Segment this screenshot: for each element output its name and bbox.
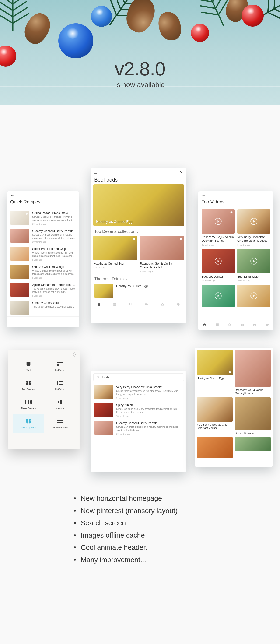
list-item[interactable]: Sheet Pan Fish and ChipsWhere I live in …: [7, 245, 79, 263]
video-card[interactable]: Very Berry Chocolate Chia Breakfast Mous…: [237, 209, 270, 246]
feature-item: Cool animate header.: [72, 541, 222, 554]
close-button[interactable]: ✕: [73, 352, 78, 357]
svg-rect-51: [28, 381, 30, 383]
masonry-card[interactable]: Healthy-as Curried Egg: [197, 350, 233, 395]
ornament-red-icon: [242, 5, 264, 26]
feature-item: Many improvement...: [72, 554, 222, 566]
tab-grid[interactable]: [211, 323, 224, 328]
tab-home[interactable]: [91, 302, 107, 307]
tab-search[interactable]: [123, 302, 138, 307]
feature-item: New pinterest (mansory layout): [72, 505, 222, 517]
menu-icon[interactable]: [94, 171, 98, 174]
video-card[interactable]: [202, 285, 234, 307]
recipe-card[interactable]: Raspberry, Goji & Vanilla Overnight Parf…: [140, 236, 184, 273]
svg-rect-52: [26, 383, 28, 385]
heart-icon[interactable]: [179, 237, 182, 240]
layout-option-advance[interactable]: Advance: [44, 395, 76, 414]
svg-rect-62: [26, 419, 28, 422]
recipe-card-meta: 8 months ago: [93, 266, 137, 269]
svg-point-34: [162, 304, 163, 305]
tab-favorites[interactable]: [170, 302, 186, 307]
video-card[interactable]: Raspberry, Goji & Vanilla Overnight Parf…: [202, 209, 234, 246]
features-list: New horizontal homepage New pinterest (m…: [72, 492, 222, 566]
masonry-card[interactable]: Very Berry Chocolate Chia Breakfast Mous…: [197, 397, 233, 435]
list-item[interactable]: Spicy KimchiKimchi is a spicy and tangy …: [91, 401, 186, 419]
feature-item: Images offline cache: [72, 529, 222, 542]
back-icon[interactable]: [10, 194, 14, 197]
masonry-card[interactable]: Raspberry, Goji & Vanilla Overnight Parf…: [235, 350, 271, 395]
layout-option-list-alt[interactable]: List View: [44, 376, 76, 395]
tab-video[interactable]: [236, 323, 248, 328]
svg-point-60: [58, 401, 59, 403]
video-card[interactable]: Egg Salad Wrap10 months ago: [237, 249, 270, 282]
layout-option-two-column[interactable]: Two Column: [12, 376, 44, 395]
play-icon: [215, 292, 222, 299]
svg-point-41: [228, 324, 230, 326]
search-input[interactable]: foods: [93, 373, 184, 381]
svg-rect-47: [60, 362, 63, 363]
screen-title: Top Videos: [202, 199, 270, 205]
tab-video[interactable]: [138, 302, 154, 307]
list-thumb: [94, 284, 114, 298]
layout-option-horizontal[interactable]: Horizontal View: [44, 414, 76, 433]
ornament-blue-icon: [58, 23, 93, 58]
ornament-red-icon: [191, 24, 209, 42]
tab-camera[interactable]: [154, 302, 170, 307]
layout-option-three-column[interactable]: Three Column: [12, 395, 44, 414]
screen-title: Quick Recipes: [10, 199, 76, 205]
video-card[interactable]: [237, 285, 270, 307]
recipe-card[interactable]: Healthy-as Curried Egg 8 months ago: [93, 236, 137, 273]
layout-option-card[interactable]: Card: [12, 356, 44, 376]
list-item[interactable]: Creamy Celery SoupTime to curl up under …: [7, 299, 79, 317]
masonry-card[interactable]: Beetroot Quinoa: [235, 397, 271, 435]
tab-favorites[interactable]: [261, 323, 274, 328]
app-title: BeoFoods: [94, 177, 183, 183]
section-header[interactable]: The best Drinks›: [91, 276, 186, 282]
search-icon: [96, 376, 100, 379]
tab-camera[interactable]: [248, 323, 261, 328]
video-card[interactable]: Beetroot Quinoa10 months ago: [202, 249, 234, 282]
svg-line-26: [262, 0, 276, 12]
svg-rect-53: [28, 383, 30, 385]
tab-grid[interactable]: [107, 302, 123, 307]
recipe-card-title: Raspberry, Goji & Vanilla Overnight Parf…: [140, 262, 184, 270]
featured-recipe-card[interactable]: Healthy-as Curried Egg: [93, 184, 184, 226]
svg-point-31: [129, 303, 131, 305]
hero-text: v2.8.0 is now available: [0, 58, 280, 89]
svg-rect-50: [26, 381, 28, 383]
list-item[interactable]: Apple-Cinnamon French Toast...You've got…: [7, 281, 79, 299]
heart-icon[interactable]: [25, 212, 28, 215]
heart-icon[interactable]: [132, 237, 136, 240]
list-item[interactable]: Grilled Peach, Proscuitto & Ro...Serves:…: [7, 209, 79, 227]
list-item[interactable]: Creamy Coconut Berry ParfaitServes 1. A …: [7, 227, 79, 245]
section-header[interactable]: Top Deserts collection›: [91, 229, 186, 234]
svg-rect-66: [57, 420, 63, 421]
list-item[interactable]: Creamy Coconut Berry ParfaitServes 1. A …: [91, 419, 186, 437]
version-subtitle: is now available: [0, 81, 280, 89]
tab-search[interactable]: [223, 323, 236, 328]
phone-quick-recipes-screen: Quick Recipes Grilled Peach, Proscuitto …: [7, 191, 79, 327]
svg-line-24: [269, 0, 280, 9]
svg-line-16: [210, 0, 223, 25]
version-number: v2.8.0: [0, 58, 280, 80]
heart-icon[interactable]: [230, 211, 233, 214]
masonry-card[interactable]: [197, 437, 233, 458]
svg-rect-61: [60, 400, 62, 404]
svg-rect-65: [28, 421, 30, 423]
heart-icon[interactable]: [228, 371, 231, 374]
list-item[interactable]: Very Berry Chocolate Chia Breakf...Ok, n…: [91, 383, 186, 401]
layout-option-masonry[interactable]: Mansory View: [12, 414, 44, 433]
svg-line-2: [13, 0, 24, 4]
tab-home[interactable]: [198, 323, 211, 328]
list-item-title: Healthy-as Curried Egg: [116, 284, 183, 288]
back-icon[interactable]: [202, 194, 206, 197]
list-item[interactable]: Old Bay Chicken WingsWhat's a Super Bowl…: [7, 263, 79, 281]
location-icon[interactable]: [180, 170, 183, 174]
svg-rect-64: [26, 422, 28, 424]
play-icon: [250, 258, 257, 264]
masonry-card[interactable]: [235, 437, 271, 458]
svg-rect-55: [59, 381, 63, 382]
play-icon: [250, 218, 257, 225]
svg-rect-57: [59, 383, 63, 383]
layout-option-list[interactable]: List View: [44, 356, 76, 376]
